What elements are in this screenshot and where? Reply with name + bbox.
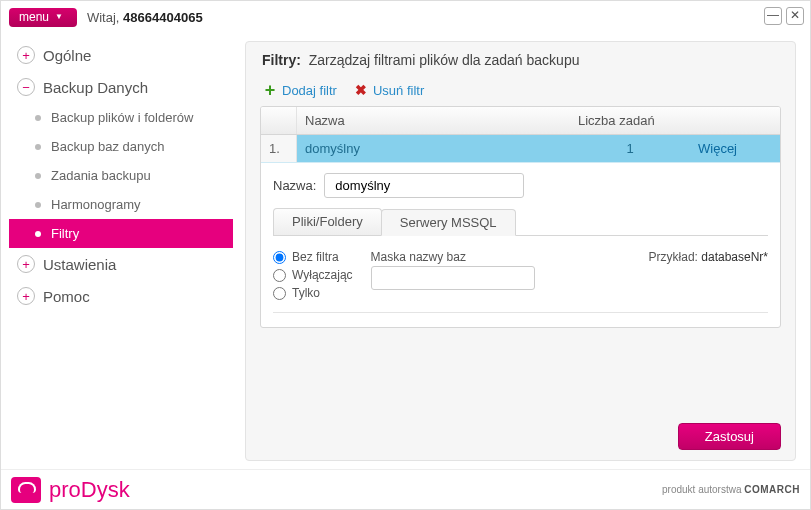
- radio-input[interactable]: [273, 251, 286, 264]
- welcome-user: 48664404065: [123, 10, 203, 25]
- expand-icon: +: [17, 255, 35, 273]
- mask-input[interactable]: [371, 266, 535, 290]
- expand-icon: +: [17, 287, 35, 305]
- sidebar-item-settings[interactable]: + Ustawienia: [9, 248, 233, 280]
- filter-name-input[interactable]: [324, 173, 524, 198]
- filter-detail: Nazwa: Pliki/Foldery Serwery MSSQL Bez f…: [261, 163, 780, 327]
- sidebar-sub-backup-db[interactable]: Backup baz danych: [9, 132, 233, 161]
- radio-no-filter[interactable]: Bez filtra: [273, 250, 353, 264]
- sidebar-item-label: Filtry: [51, 226, 79, 241]
- sidebar-item-help[interactable]: + Pomoc: [9, 280, 233, 312]
- radio-label: Wyłączając: [292, 268, 353, 282]
- filter-mode-radios: Bez filtra Wyłączając Tylko: [273, 250, 353, 300]
- content: Filtry: Zarządzaj filtrami plików dla za…: [237, 33, 810, 469]
- list-row[interactable]: 1. domyślny 1 Więcej: [261, 135, 780, 163]
- button-label: Dodaj filtr: [282, 83, 337, 98]
- sidebar: + Ogólne − Backup Danych Backup plików i…: [1, 33, 237, 469]
- mask-label: Maska nazwy baz: [371, 250, 645, 264]
- delete-icon: ✖: [353, 82, 369, 98]
- col-index: [261, 107, 297, 134]
- panel-title-desc: Zarządzaj filtrami plików dla zadań back…: [309, 52, 580, 68]
- brand-text: proDysk: [49, 477, 130, 503]
- filters-panel: Filtry: Zarządzaj filtrami plików dla za…: [245, 41, 796, 461]
- row-name: domyślny: [297, 135, 570, 162]
- panel-title: Filtry: Zarządzaj filtrami plików dla za…: [262, 52, 781, 68]
- sidebar-item-label: Backup Danych: [43, 79, 148, 96]
- sidebar-item-label: Backup baz danych: [51, 139, 164, 154]
- sidebar-sub-schedules[interactable]: Harmonogramy: [9, 190, 233, 219]
- sidebar-sub-backup-tasks[interactable]: Zadania backupu: [9, 161, 233, 190]
- add-filter-button[interactable]: + Dodaj filtr: [262, 82, 337, 98]
- brand: proDysk: [11, 477, 130, 503]
- tab-body: Bez filtra Wyłączając Tylko: [273, 246, 768, 313]
- list-header: Nazwa Liczba zadań: [261, 107, 780, 135]
- collapse-icon: −: [17, 78, 35, 96]
- minimize-button[interactable]: —: [764, 7, 782, 25]
- sidebar-item-label: Ogólne: [43, 47, 91, 64]
- footer: proDysk produkt autorstwa COMARCH: [1, 469, 810, 509]
- mask-example: Przykład: databaseNr*: [649, 250, 768, 264]
- welcome-prefix: Witaj,: [87, 10, 120, 25]
- tab-mssql[interactable]: Serwery MSSQL: [381, 209, 516, 236]
- attr-brand: COMARCH: [744, 484, 800, 495]
- sidebar-item-label: Pomoc: [43, 288, 90, 305]
- radio-input[interactable]: [273, 287, 286, 300]
- chevron-down-icon: ▼: [55, 12, 63, 21]
- panel-title-label: Filtry:: [262, 52, 301, 68]
- radio-only[interactable]: Tylko: [273, 286, 353, 300]
- example-label: Przykład:: [649, 250, 698, 264]
- menu-button[interactable]: menu ▼: [9, 8, 77, 27]
- detail-tabs: Pliki/Foldery Serwery MSSQL: [273, 208, 768, 236]
- sidebar-item-backup[interactable]: − Backup Danych: [9, 71, 233, 103]
- radio-exclude[interactable]: Wyłączając: [273, 268, 353, 282]
- sidebar-sub-backup-files[interactable]: Backup plików i folderów: [9, 103, 233, 132]
- example-value: databaseNr*: [701, 250, 768, 264]
- expand-icon: +: [17, 46, 35, 64]
- welcome-text: Witaj, 48664404065: [87, 10, 203, 25]
- button-label: Usuń filtr: [373, 83, 424, 98]
- attr-prefix: produkt autorstwa: [662, 484, 742, 495]
- sidebar-item-label: Ustawienia: [43, 256, 116, 273]
- tab-files-folders[interactable]: Pliki/Foldery: [273, 208, 382, 235]
- filters-list: Nazwa Liczba zadań 1. domyślny 1 Więcej …: [260, 106, 781, 328]
- sidebar-sub-filters[interactable]: Filtry: [9, 219, 233, 248]
- title-bar: menu ▼ Witaj, 48664404065 — ✕: [1, 1, 810, 33]
- radio-input[interactable]: [273, 269, 286, 282]
- row-more-link[interactable]: Więcej: [698, 141, 737, 156]
- row-count: 1: [570, 135, 690, 162]
- brand-icon: [11, 477, 41, 503]
- delete-filter-button[interactable]: ✖ Usuń filtr: [353, 82, 424, 98]
- plus-icon: +: [262, 82, 278, 98]
- close-button[interactable]: ✕: [786, 7, 804, 25]
- apply-button[interactable]: Zastosuj: [678, 423, 781, 450]
- sidebar-item-label: Harmonogramy: [51, 197, 141, 212]
- radio-label: Bez filtra: [292, 250, 339, 264]
- col-count-header: Liczba zadań: [570, 107, 690, 134]
- col-name-header: Nazwa: [297, 107, 570, 134]
- col-more-header: [690, 107, 780, 134]
- name-label: Nazwa:: [273, 178, 316, 193]
- sidebar-item-label: Backup plików i folderów: [51, 110, 193, 125]
- attribution: produkt autorstwa COMARCH: [662, 484, 800, 495]
- radio-label: Tylko: [292, 286, 320, 300]
- menu-label: menu: [19, 10, 49, 24]
- row-index: 1.: [261, 135, 297, 162]
- sidebar-item-label: Zadania backupu: [51, 168, 151, 183]
- toolbar: + Dodaj filtr ✖ Usuń filtr: [260, 78, 781, 106]
- sidebar-item-general[interactable]: + Ogólne: [9, 39, 233, 71]
